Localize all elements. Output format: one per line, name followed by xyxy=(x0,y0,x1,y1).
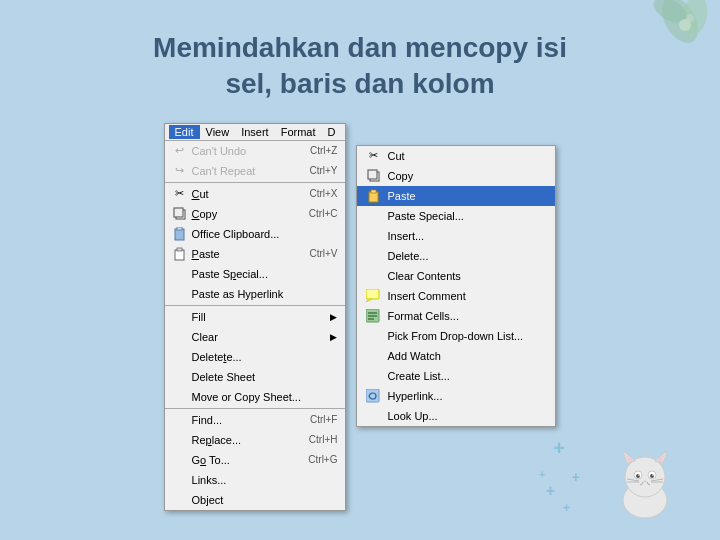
menu-item-clear[interactable]: Clear ▶ xyxy=(165,327,346,347)
menu-bar: Edit View Insert Format D xyxy=(165,124,346,141)
copy-icon xyxy=(171,206,189,222)
menu-item-cant-repeat[interactable]: ↪ Can't Repeat Ctrl+Y xyxy=(165,161,346,181)
ctx-format-cells[interactable]: Format Cells... xyxy=(357,306,555,326)
svg-rect-26 xyxy=(175,250,184,260)
svg-rect-27 xyxy=(177,248,182,251)
ctx-add-watch[interactable]: Add Watch xyxy=(357,346,555,366)
ctx-paste-icon xyxy=(363,188,383,204)
ctx-format-icon xyxy=(363,308,383,324)
menu-item-office-clipboard[interactable]: Office Clipboard... xyxy=(165,224,346,244)
svg-rect-30 xyxy=(369,192,378,202)
menus-container: Edit View Insert Format D ↩ Can't Undo C… xyxy=(40,123,680,511)
ctx-copy[interactable]: Copy xyxy=(357,166,555,186)
clipboard-icon xyxy=(171,226,189,242)
ctx-paste[interactable]: Paste xyxy=(357,186,555,206)
undo-icon: ↩ xyxy=(171,143,189,159)
menu-item-object[interactable]: Object xyxy=(165,490,346,510)
ctx-copy-icon xyxy=(363,168,383,184)
svg-rect-31 xyxy=(371,190,376,193)
page-title: Memindahkan dan mencopy isi sel, baris d… xyxy=(40,30,680,103)
ctx-cut[interactable]: ✂ Cut xyxy=(357,146,555,166)
menu-item-cut[interactable]: ✂ Cut Ctrl+X xyxy=(165,184,346,204)
menu-item-paste[interactable]: Paste Ctrl+V xyxy=(165,244,346,264)
context-menu-window: ✂ Cut Copy Paste Paste Special... xyxy=(356,145,556,427)
menu-item-paste-special[interactable]: Paste Special... xyxy=(165,264,346,284)
menu-item-links[interactable]: Links... xyxy=(165,470,346,490)
ctx-delete[interactable]: Delete... xyxy=(357,246,555,266)
ctx-create-list[interactable]: Create List... xyxy=(357,366,555,386)
svg-rect-32 xyxy=(366,289,379,299)
menu-bar-format[interactable]: Format xyxy=(275,125,322,139)
menu-item-cant-undo[interactable]: ↩ Can't Undo Ctrl+Z xyxy=(165,141,346,161)
ctx-pick-dropdown[interactable]: Pick From Drop-down List... xyxy=(357,326,555,346)
menu-bar-insert[interactable]: Insert xyxy=(235,125,275,139)
ctx-scissors-icon: ✂ xyxy=(363,148,383,164)
scissors-icon: ✂ xyxy=(171,186,189,202)
menu-item-goto[interactable]: Go To... Ctrl+G xyxy=(165,450,346,470)
menu-bar-view[interactable]: View xyxy=(200,125,236,139)
ctx-hyperlink[interactable]: Hyperlink... xyxy=(357,386,555,406)
menu-item-replace[interactable]: Replace... Ctrl+H xyxy=(165,430,346,450)
menu-item-delete-sheet[interactable]: Delete Sheet xyxy=(165,367,346,387)
edit-menu-window: Edit View Insert Format D ↩ Can't Undo C… xyxy=(164,123,347,511)
ctx-paste-special[interactable]: Paste Special... xyxy=(357,206,555,226)
svg-rect-25 xyxy=(177,227,182,230)
repeat-icon: ↪ xyxy=(171,163,189,179)
svg-rect-29 xyxy=(368,170,377,179)
svg-rect-38 xyxy=(366,389,379,402)
ctx-insert[interactable]: Insert... xyxy=(357,226,555,246)
svg-rect-24 xyxy=(175,229,184,240)
ctx-comment-icon xyxy=(363,288,383,304)
menu-item-fill[interactable]: Fill ▶ xyxy=(165,307,346,327)
menu-item-find[interactable]: Find... Ctrl+F xyxy=(165,410,346,430)
paste-icon xyxy=(171,246,189,262)
menu-item-copy[interactable]: Copy Ctrl+C xyxy=(165,204,346,224)
menu-bar-d[interactable]: D xyxy=(322,125,342,139)
menu-item-move-copy[interactable]: Move or Copy Sheet... xyxy=(165,387,346,407)
ctx-lookup[interactable]: Look Up... xyxy=(357,406,555,426)
ctx-clear-contents[interactable]: Clear Contents xyxy=(357,266,555,286)
ctx-insert-comment[interactable]: Insert Comment xyxy=(357,286,555,306)
svg-rect-23 xyxy=(174,208,183,217)
menu-bar-edit[interactable]: Edit xyxy=(169,125,200,139)
menu-item-delete[interactable]: Deletete... xyxy=(165,347,346,367)
ctx-hyperlink-icon xyxy=(363,388,383,404)
menu-item-paste-hyperlink[interactable]: Paste as Hyperlink xyxy=(165,284,346,304)
